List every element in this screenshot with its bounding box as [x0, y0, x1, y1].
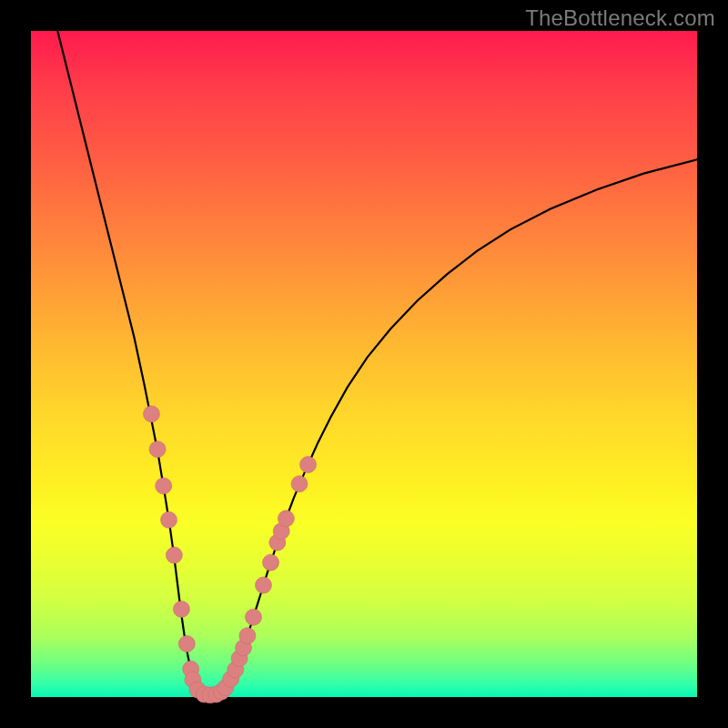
data-marker	[173, 601, 189, 617]
data-marker	[255, 577, 271, 593]
plot-area	[31, 31, 697, 697]
data-marker	[263, 554, 279, 571]
curve-layer	[31, 31, 697, 697]
data-marker	[245, 609, 261, 625]
data-marker	[166, 547, 182, 563]
data-marker	[239, 628, 256, 644]
data-marker	[178, 635, 195, 652]
bottleneck-curve	[57, 31, 697, 695]
data-marker	[291, 476, 308, 492]
data-marker	[149, 441, 166, 458]
data-marker	[143, 406, 159, 422]
chart-frame: TheBottleneck.com	[0, 0, 728, 728]
marker-group	[143, 406, 316, 703]
data-marker	[156, 478, 172, 494]
watermark-text: TheBottleneck.com	[525, 5, 715, 31]
data-marker	[300, 457, 317, 473]
data-marker	[161, 511, 177, 528]
data-marker	[278, 511, 294, 527]
